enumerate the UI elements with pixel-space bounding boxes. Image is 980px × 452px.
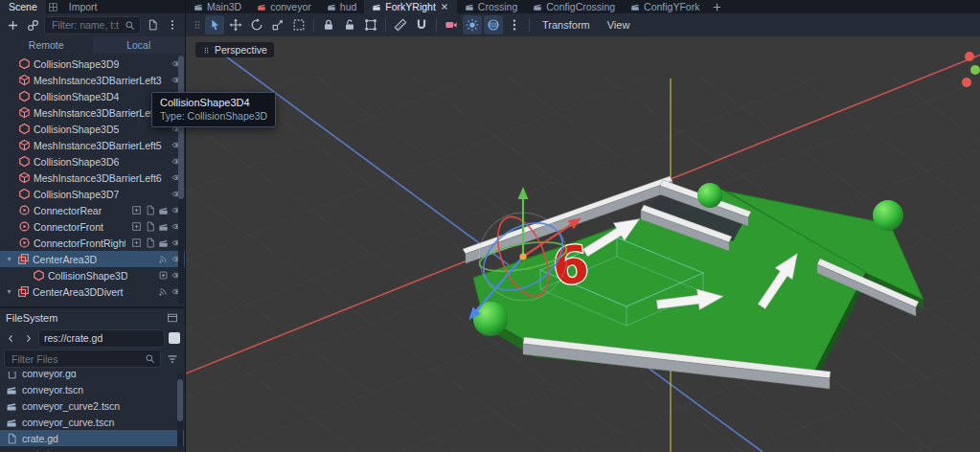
file-conveyor.tscn[interactable]: conveyor.tscn — [0, 381, 184, 397]
file-conveyor.gd[interactable]: conveyor.gd — [0, 372, 184, 381]
local-button[interactable]: Local — [93, 36, 186, 54]
select-tool-button[interactable] — [205, 15, 224, 34]
mesh-node-icon — [18, 171, 31, 184]
scene-file-icon — [6, 417, 17, 428]
more-icon — [508, 18, 521, 32]
viewport-scene: 6 — [186, 36, 980, 452]
tree-item-label: CenterArea3D — [33, 254, 97, 265]
scene-tree-menu-button[interactable] — [164, 16, 181, 34]
move-tool-button[interactable] — [226, 15, 245, 34]
tree-item-label: CenterArea3DDivert — [33, 286, 124, 298]
editor-icon[interactable] — [131, 221, 142, 232]
scene-filter-input[interactable] — [50, 18, 121, 32]
scene-tab-label: Main3D — [207, 1, 241, 12]
tree-item-MeshInstance3DBarrierLeft6[interactable]: MeshInstance3DBarrierLeft6 — [0, 170, 185, 186]
history-forward-button[interactable] — [21, 329, 34, 347]
tree-item-ConnectorRear[interactable]: ConnectorRear — [0, 202, 185, 218]
box-select-tool-button[interactable] — [289, 15, 308, 34]
file-list-scrollbar[interactable] — [177, 373, 183, 450]
file-crate.gd[interactable]: crate.gd — [0, 430, 184, 446]
tree-item-CenterArea3D[interactable]: ▾CenterArea3D — [0, 251, 185, 267]
attach-script-button[interactable] — [144, 16, 161, 34]
scale-tool-button[interactable] — [268, 15, 287, 34]
area-node-icon — [17, 285, 30, 298]
script-icon[interactable] — [145, 221, 155, 232]
file-sort-button[interactable] — [165, 350, 180, 368]
view-menu-button[interactable]: View — [600, 16, 638, 34]
scene-tab-hud[interactable]: hud — [319, 0, 365, 13]
expander-icon[interactable]: ▾ — [4, 255, 14, 263]
snap-tool-button[interactable] — [412, 15, 431, 34]
scene-filter-field[interactable] — [44, 16, 141, 34]
tree-item-CollisionShape3D[interactable]: CollisionShape3D — [0, 267, 185, 283]
file-conveyor_curve2.tscn[interactable]: conveyor_curve2.tscn — [0, 397, 184, 414]
dock-panel-icon[interactable] — [167, 312, 178, 324]
scene-tab-ConfigYFork[interactable]: ConfigYFork — [623, 0, 707, 13]
file-list[interactable]: conveyor.gdconveyor.tscnconveyor_curve2.… — [0, 372, 184, 452]
tree-item-CollisionShape3D7[interactable]: CollisionShape3D7 — [0, 186, 185, 202]
file-filter-input[interactable] — [10, 352, 141, 366]
rotate-tool-button[interactable] — [247, 15, 266, 34]
signal-icon[interactable] — [158, 286, 169, 297]
expander-icon[interactable]: ▾ — [4, 287, 14, 296]
perspective-menu-button[interactable]: Perspective — [195, 42, 274, 57]
environment-tool-button[interactable] — [484, 15, 503, 34]
current-path-field[interactable]: res://crate.gd — [38, 329, 165, 348]
godot-editor-window: Scene Import Remote Local CollisionShape… — [0, 0, 980, 452]
area-node-icon — [17, 253, 30, 265]
new-scene-tab-button[interactable] — [707, 0, 726, 13]
scene-file-icon — [6, 449, 17, 452]
lock-tool-button[interactable] — [319, 15, 338, 34]
scene-icon — [327, 2, 336, 11]
file-filter-field[interactable] — [4, 350, 161, 368]
tree-item-ConnectorFront[interactable]: ConnectorFront — [0, 218, 185, 235]
file-conveyor_curve.tscn[interactable]: conveyor_curve.tscn — [0, 414, 184, 430]
history-back-button[interactable] — [4, 329, 17, 347]
file-crate.tscn[interactable]: crate.tscn — [0, 446, 184, 452]
group-tool-button[interactable] — [361, 15, 380, 34]
scene-tab-ConfigCrossing[interactable]: ConfigCrossing — [525, 0, 623, 13]
local-label: Local — [126, 39, 150, 51]
script-icon[interactable] — [145, 237, 155, 248]
tree-item-ConnectorFrontRight[interactable]: ConnectorFrontRight — [0, 235, 185, 251]
tree-item-CollisionShape3D9[interactable]: CollisionShape3D9 — [0, 56, 185, 72]
file-name: conveyor.tscn — [22, 384, 83, 396]
tree-item-MeshInstance3DBarrierLeft5[interactable]: MeshInstance3DBarrierLeft5 — [0, 137, 185, 153]
split-mode-button[interactable] — [169, 332, 180, 344]
dock-tab-import[interactable]: Import — [60, 0, 106, 13]
editor-icon[interactable] — [131, 205, 142, 215]
scene-tab-Main3D[interactable]: Main3D — [186, 0, 249, 13]
scene-tab-Crossing[interactable]: Crossing — [457, 0, 525, 13]
remote-button[interactable]: Remote — [0, 36, 93, 54]
editor-icon[interactable] — [131, 237, 142, 248]
ruler-icon — [394, 18, 407, 32]
transform-menu-button[interactable]: Transform — [535, 16, 598, 34]
unlock-tool-button[interactable] — [340, 15, 359, 34]
close-tab-icon[interactable] — [440, 2, 449, 11]
signal-icon[interactable] — [158, 254, 169, 264]
resource-icon[interactable] — [158, 270, 169, 281]
film-icon[interactable] — [158, 237, 169, 248]
scene-tab-bar: Main3DconveyorhudForkYRightCrossingConfi… — [186, 0, 980, 13]
dock-tab-scene[interactable]: Scene — [0, 0, 46, 13]
ruler-tool-button[interactable] — [391, 15, 410, 34]
file-name: crate.tscn — [22, 449, 66, 452]
add-node-button[interactable] — [4, 16, 21, 34]
perspective-label: Perspective — [215, 44, 267, 56]
tree-item-CollisionShape3D6[interactable]: CollisionShape3D6 — [0, 153, 185, 170]
scene-icon — [194, 2, 203, 11]
camera-preview-tool-button[interactable] — [442, 15, 461, 34]
sun-tool-button[interactable] — [463, 15, 482, 34]
search-icon — [145, 353, 155, 364]
tree-item-CenterArea3DDivert[interactable]: ▾CenterArea3DDivert — [0, 283, 185, 300]
film-icon[interactable] — [158, 205, 169, 215]
scene-tab-ForkYRight[interactable]: ForkYRight — [364, 0, 457, 13]
script-icon[interactable] — [145, 205, 155, 215]
scene-tab-label: ForkYRight — [385, 1, 436, 12]
film-icon[interactable] — [158, 221, 169, 232]
viewport-3d[interactable]: 6 — [186, 36, 980, 452]
scene-tab-conveyor[interactable]: conveyor — [249, 0, 319, 13]
more-tool-button[interactable] — [505, 15, 524, 34]
tree-item-MeshInstance3DBarrierLeft3[interactable]: MeshInstance3DBarrierLeft3 — [0, 72, 185, 88]
instance-scene-button[interactable] — [24, 16, 41, 34]
